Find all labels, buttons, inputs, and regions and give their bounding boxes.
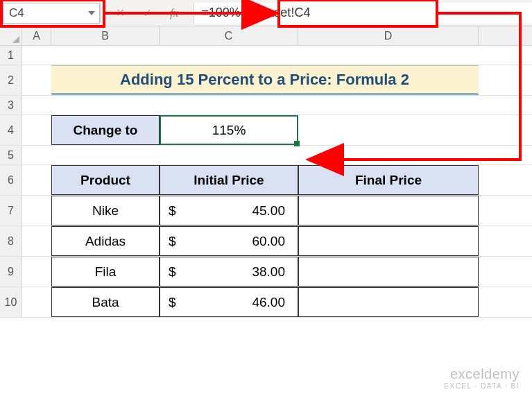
row-header[interactable]: 2 — [0, 65, 22, 95]
watermark-line1: exceldemy — [444, 366, 520, 382]
spreadsheet-grid: A B C D 1 2 Adding 15 Percent to a Price… — [0, 26, 532, 318]
cell[interactable] — [22, 226, 51, 256]
td-product[interactable]: Nike — [51, 196, 160, 225]
cell[interactable] — [22, 65, 51, 95]
cell[interactable] — [22, 146, 51, 164]
amount: 60.00 — [252, 234, 285, 249]
col-header-A[interactable]: A — [22, 26, 51, 45]
col-header-C[interactable]: C — [160, 26, 298, 45]
amount: 45.00 — [252, 203, 285, 219]
td-final[interactable] — [298, 196, 479, 225]
change-to-value-cell[interactable]: 115% — [160, 115, 298, 145]
cell[interactable] — [51, 146, 160, 164]
td-product[interactable]: Bata — [51, 287, 160, 317]
td-final[interactable] — [298, 226, 479, 256]
row-header[interactable]: 9 — [0, 257, 22, 287]
fill-handle[interactable] — [294, 141, 300, 146]
row-header[interactable]: 1 — [0, 46, 22, 65]
th-final[interactable]: Final Price — [298, 165, 479, 195]
fx-icon[interactable]: fx — [170, 6, 178, 20]
cell[interactable] — [22, 287, 51, 317]
td-initial[interactable]: $ 46.00 — [160, 287, 298, 317]
row-header[interactable]: 6 — [0, 165, 22, 195]
cell[interactable] — [22, 257, 51, 287]
watermark: exceldemy EXCEL · DATA · BI — [444, 366, 520, 390]
currency: $ — [169, 234, 176, 249]
formula-bar-buttons: ✕ ✓ fx — [101, 6, 194, 20]
row-1: 1 — [0, 46, 532, 65]
td-initial[interactable]: $ 45.00 — [160, 196, 298, 225]
column-headers: A B C D — [0, 26, 532, 46]
row-4: 4 Change to 115% — [0, 115, 532, 146]
row-header[interactable]: 4 — [0, 115, 22, 145]
td-initial[interactable]: $ 60.00 — [160, 226, 298, 256]
amount: 46.00 — [252, 295, 285, 310]
watermark-line2: EXCEL · DATA · BI — [444, 382, 520, 390]
cancel-icon[interactable]: ✕ — [116, 6, 125, 19]
amount: 38.00 — [252, 264, 285, 280]
formula-text: =100%+Dataset!C4 — [201, 6, 310, 20]
name-box[interactable]: C4 — [3, 3, 100, 24]
td-product[interactable]: Adidas — [51, 226, 160, 256]
enter-icon[interactable]: ✓ — [143, 6, 152, 19]
cell[interactable] — [160, 46, 298, 65]
change-to-label[interactable]: Change to — [51, 115, 160, 145]
row-7: 7 Nike $ 45.00 — [0, 196, 532, 226]
currency: $ — [169, 203, 176, 219]
dropdown-icon[interactable] — [88, 11, 95, 15]
cell[interactable] — [51, 96, 160, 114]
row-header[interactable]: 5 — [0, 146, 22, 164]
cell[interactable] — [22, 115, 51, 145]
formula-input[interactable]: =100%+Dataset!C4 — [194, 3, 532, 24]
cell[interactable] — [160, 146, 298, 164]
th-initial[interactable]: Initial Price — [160, 165, 298, 195]
title-cell[interactable]: Adding 15 Percent to a Price: Formula 2 — [51, 65, 479, 95]
col-header-B[interactable]: B — [51, 26, 160, 45]
td-initial[interactable]: $ 38.00 — [160, 257, 298, 287]
td-final[interactable] — [298, 257, 479, 287]
row-8: 8 Adidas $ 60.00 — [0, 226, 532, 257]
row-3: 3 — [0, 96, 532, 115]
row-header[interactable]: 10 — [0, 287, 22, 317]
cell[interactable] — [22, 46, 51, 65]
row-2: 2 Adding 15 Percent to a Price: Formula … — [0, 65, 532, 96]
formula-bar: C4 ✕ ✓ fx =100%+Dataset!C4 — [0, 0, 532, 26]
cell[interactable] — [160, 96, 298, 114]
cell[interactable] — [298, 46, 479, 65]
cell[interactable] — [298, 96, 479, 114]
row-10: 10 Bata $ 46.00 — [0, 287, 532, 318]
row-header[interactable]: 8 — [0, 226, 22, 256]
cell[interactable] — [22, 165, 51, 195]
row-5: 5 — [0, 146, 532, 165]
cell[interactable] — [22, 196, 51, 225]
name-box-value: C4 — [9, 6, 24, 20]
cell[interactable] — [298, 146, 479, 164]
th-product[interactable]: Product — [51, 165, 160, 195]
currency: $ — [169, 295, 176, 310]
row-9: 9 Fila $ 38.00 — [0, 257, 532, 287]
change-to-value: 115% — [212, 123, 246, 138]
row-header[interactable]: 7 — [0, 196, 22, 225]
row-header[interactable]: 3 — [0, 96, 22, 114]
cell[interactable] — [22, 96, 51, 114]
row-6: 6 Product Initial Price Final Price — [0, 165, 532, 196]
currency: $ — [169, 264, 176, 280]
cell[interactable] — [298, 115, 479, 145]
cell[interactable] — [51, 46, 160, 65]
td-final[interactable] — [298, 287, 479, 317]
select-all-triangle[interactable] — [0, 26, 22, 45]
col-header-D[interactable]: D — [298, 26, 479, 45]
td-product[interactable]: Fila — [51, 257, 160, 287]
